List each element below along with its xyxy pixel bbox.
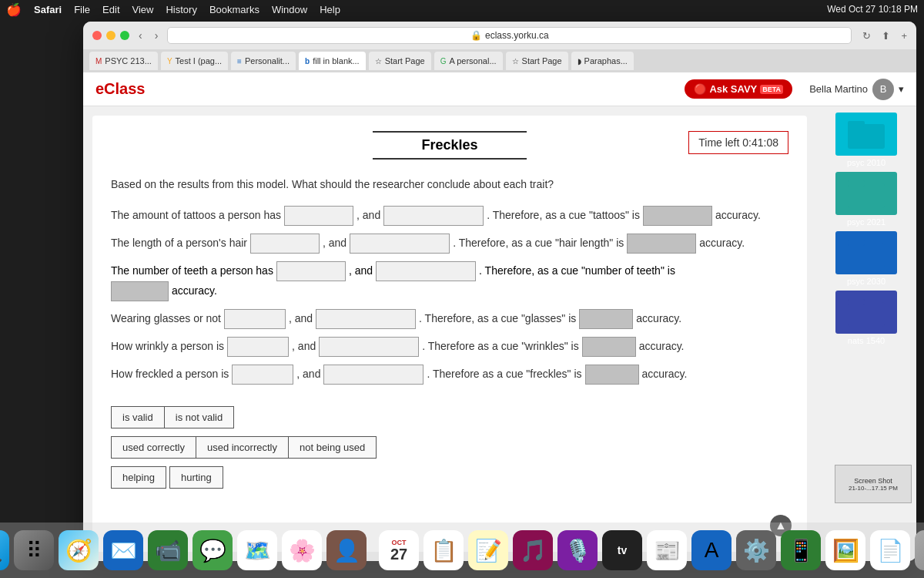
- menubar-view[interactable]: View: [132, 4, 154, 15]
- menubar-bookmarks[interactable]: Bookmarks: [209, 4, 259, 15]
- eclass-logo[interactable]: eClass: [95, 80, 146, 98]
- ask-savy-button[interactable]: 🔴 Ask SAVY BETA: [685, 79, 792, 99]
- svg-rect-2: [848, 183, 885, 208]
- minimize-button[interactable]: [106, 31, 116, 40]
- dock-facetime[interactable]: 📹: [148, 530, 188, 570]
- share-icon[interactable]: ⬆: [882, 30, 890, 42]
- folder-label-psyc2021: psyc 2021: [847, 217, 886, 227]
- dock-appletv[interactable]: tv: [602, 530, 642, 570]
- hair-input2[interactable]: [350, 234, 450, 254]
- menubar-edit[interactable]: Edit: [102, 4, 119, 15]
- is-valid-button[interactable]: is valid: [111, 406, 165, 428]
- tab-icon-test1: Y: [167, 57, 172, 66]
- effect-buttons: helping hurting: [111, 466, 788, 489]
- freckles-input1[interactable]: [232, 365, 293, 385]
- dock-systemprefs[interactable]: ⚙️: [736, 530, 776, 570]
- reload-icon[interactable]: ↻: [862, 30, 871, 42]
- freckles-accuracy[interactable]: [585, 365, 639, 385]
- tattoos-accuracy[interactable]: [643, 206, 712, 226]
- dock-calendar[interactable]: OCT 27: [379, 530, 419, 570]
- menubar-help[interactable]: Help: [320, 4, 340, 15]
- screenshot-thumbnail: Screen Shot 21-10-...17.15 PM: [835, 465, 912, 503]
- tab-startpage2[interactable]: ☆ Start Page: [506, 52, 568, 70]
- hair-accuracy[interactable]: [627, 234, 696, 254]
- maximize-button[interactable]: [120, 31, 129, 40]
- menubar-file[interactable]: File: [74, 4, 90, 15]
- folder-nats1540[interactable]: nats 1540: [819, 291, 913, 345]
- tattoos-input2[interactable]: [383, 206, 484, 226]
- line2-prefix: The length of a person's hair: [111, 234, 247, 253]
- dock-news[interactable]: 📰: [647, 530, 687, 570]
- tab-personalit[interactable]: ≡ Personalit...: [231, 52, 296, 70]
- dropdown-chevron[interactable]: ▾: [899, 83, 904, 95]
- hair-input1[interactable]: [250, 234, 320, 254]
- folder-psyc2030[interactable]: psyc 2030: [819, 231, 913, 286]
- dock-reminders[interactable]: 📋: [424, 530, 464, 570]
- dock-music[interactable]: 🎵: [513, 530, 553, 570]
- menubar-time: Wed Oct 27 10:18 PM: [827, 4, 918, 15]
- glasses-input1[interactable]: [224, 309, 286, 329]
- browser-window: ‹ › 🔒 eclass.yorku.ca ↻ ⬆ + M PSYC 213..…: [83, 22, 916, 561]
- tab-test1[interactable]: Y Test I (pag...: [161, 52, 228, 70]
- menubar: 🍎 Safari File Edit View History Bookmark…: [0, 0, 924, 18]
- is-not-valid-button[interactable]: is not valid: [165, 406, 234, 428]
- teeth-accuracy[interactable]: [111, 281, 169, 301]
- hurting-button[interactable]: hurting: [169, 466, 223, 489]
- menubar-window[interactable]: Window: [272, 4, 307, 15]
- dock-notes[interactable]: 📝: [468, 530, 508, 570]
- fill-line-glasses: Wearing glasses or not , and . Therefore…: [111, 309, 788, 329]
- tab-paraphas[interactable]: ◗ Paraphas...: [571, 52, 634, 70]
- dock-appstore[interactable]: A: [691, 530, 732, 570]
- dock-whatsapp[interactable]: 📱: [781, 530, 821, 570]
- back-button[interactable]: ‹: [136, 28, 146, 43]
- svg-rect-4: [848, 243, 885, 267]
- glasses-accuracy[interactable]: [579, 309, 633, 329]
- folder-psyc2010[interactable]: psyc 2010: [819, 113, 913, 167]
- wrinkles-input2[interactable]: [319, 337, 419, 357]
- dock-maps[interactable]: 🗺️: [237, 530, 277, 570]
- tab-icon-fillinblank: b: [305, 57, 310, 66]
- menubar-history[interactable]: History: [166, 4, 196, 15]
- dock-safari[interactable]: 🧭: [59, 530, 99, 570]
- dock-photos[interactable]: 🌸: [282, 530, 322, 570]
- not-being-used-button[interactable]: not being used: [289, 436, 377, 459]
- dock-trash[interactable]: 🗑️: [915, 530, 924, 570]
- tab-icon-personalit: ≡: [237, 57, 242, 66]
- dock-messages[interactable]: 💬: [192, 530, 233, 570]
- line5-prefix: How wrinkly a person is: [111, 337, 224, 356]
- dock-contacts[interactable]: 👤: [326, 530, 367, 570]
- dock-mail[interactable]: ✉️: [103, 530, 143, 570]
- helping-button[interactable]: helping: [111, 466, 166, 489]
- menubar-safari[interactable]: Safari: [34, 4, 62, 15]
- folder-icon-nats1540: [835, 291, 897, 334]
- glasses-input2[interactable]: [316, 309, 416, 329]
- tab-psyc213[interactable]: M PSYC 213...: [89, 52, 158, 70]
- tab-apersonal[interactable]: G A personal...: [434, 52, 503, 70]
- eclass-header: eClass 🔴 Ask SAVY BETA Bella Martino B ▾: [83, 72, 916, 106]
- content-area: Time left 0:41:08 Freckles Based on the …: [83, 106, 916, 561]
- new-tab-icon[interactable]: +: [901, 30, 907, 42]
- dock-launchpad[interactable]: ⠿: [14, 530, 54, 570]
- tab-startpage1[interactable]: ☆ Start Page: [369, 52, 431, 70]
- tattoos-input1[interactable]: [284, 206, 353, 226]
- used-incorrectly-button[interactable]: used incorrectly: [196, 436, 289, 459]
- folder-psyc2021[interactable]: psyc 2021: [819, 172, 913, 227]
- tab-fillinblank[interactable]: b fill in blank...: [299, 52, 366, 70]
- teeth-input2[interactable]: [376, 261, 476, 281]
- dock-finder[interactable]: 🔍: [0, 530, 9, 570]
- teeth-input1[interactable]: [276, 261, 346, 281]
- apple-icon[interactable]: 🍎: [6, 2, 22, 17]
- folder-label-psyc2030: psyc 2030: [847, 277, 886, 286]
- dock-podcasts[interactable]: 🎙️: [557, 530, 598, 570]
- main-panel: Time left 0:41:08 Freckles Based on the …: [92, 116, 807, 552]
- used-correctly-button[interactable]: used correctly: [111, 436, 196, 459]
- forward-button[interactable]: ›: [152, 28, 162, 43]
- wrinkles-input1[interactable]: [227, 337, 289, 357]
- address-bar[interactable]: 🔒 eclass.yorku.ca: [167, 27, 852, 44]
- close-button[interactable]: [92, 31, 102, 40]
- freckles-input2[interactable]: [323, 365, 424, 385]
- dock-preview[interactable]: 🖼️: [825, 530, 865, 570]
- dock-textedit[interactable]: 📄: [870, 530, 910, 570]
- avatar[interactable]: B: [872, 79, 894, 100]
- wrinkles-accuracy[interactable]: [582, 337, 636, 357]
